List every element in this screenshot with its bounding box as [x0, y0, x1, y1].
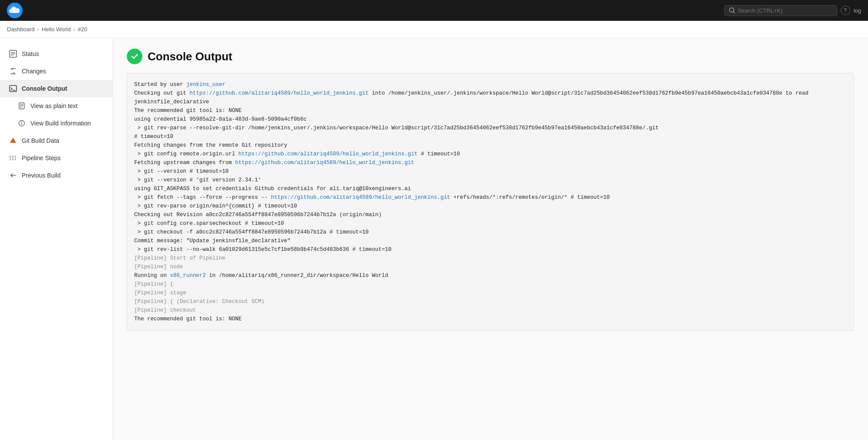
- sidebar-item-pipeline-steps[interactable]: Pipeline Steps: [0, 149, 112, 167]
- console-line: The recommended git tool is: NONE: [134, 106, 847, 115]
- console-line: Started by user jenkins_user: [134, 80, 847, 89]
- console-line: > git rev-list --no-walk 6a01029d61315e5…: [134, 245, 847, 254]
- breadcrumb-sep-1: ›: [37, 26, 39, 33]
- sidebar-item-console-output[interactable]: Console Output: [0, 80, 112, 97]
- breadcrumb-build-number: #20: [78, 26, 87, 33]
- search-bar[interactable]: [724, 5, 837, 16]
- console-line: > git config core.sparsecheckout # timeo…: [134, 219, 847, 228]
- help-icon[interactable]: ?: [841, 6, 850, 15]
- console-line: > git fetch --tags --force --progress --…: [134, 193, 847, 202]
- status-icon: [9, 49, 17, 58]
- runner-link[interactable]: x86_runner2: [170, 273, 206, 279]
- console-line: using GIT_ASKPASS to set credentials Git…: [134, 184, 847, 193]
- search-input[interactable]: [738, 7, 832, 14]
- page-title: Console Output: [148, 50, 232, 63]
- console-line: # timeout=10: [134, 132, 847, 141]
- main-layout: Status Changes Console Ou: [0, 38, 868, 440]
- git-repo-link-3[interactable]: https://github.com/alitariq4589/hello_wo…: [235, 160, 415, 166]
- console-line: > git --version # timeout=10: [134, 167, 847, 176]
- sidebar-item-changes[interactable]: Changes: [0, 63, 112, 80]
- plain-text-icon: [17, 102, 26, 110]
- breadcrumb-hello-world[interactable]: Hello World: [42, 26, 71, 33]
- nav-right: ? log: [724, 5, 861, 16]
- svg-marker-17: [10, 138, 16, 143]
- breadcrumb-sep-2: ›: [73, 26, 75, 33]
- breadcrumb-dashboard[interactable]: Dashboard: [7, 26, 35, 33]
- sidebar-plain-text-label: View as plain text: [30, 102, 78, 109]
- console-line: [Pipeline] {: [134, 280, 847, 289]
- console-line: [Pipeline] stage: [134, 289, 847, 297]
- sidebar-pipeline-label: Pipeline Steps: [22, 155, 61, 161]
- git-icon: [9, 136, 17, 145]
- console-line: [Pipeline] Start of Pipeline: [134, 254, 847, 263]
- nav-left: [7, 3, 23, 18]
- build-info-icon: [17, 119, 26, 128]
- console-line: [Pipeline] { (Declarative: Checkout SCM): [134, 297, 847, 306]
- sidebar-item-view-plain-text[interactable]: View as plain text: [0, 97, 112, 115]
- main-content: Console Output Started by user jenkins_u…: [113, 38, 868, 440]
- sidebar-build-info-label: View Build Information: [30, 120, 91, 127]
- console-line: > git checkout -f a0cc2c82746a554ff8847e…: [134, 228, 847, 237]
- logo: [7, 3, 23, 18]
- git-repo-link-1[interactable]: https://github.com/alitariq4589/hello_wo…: [190, 90, 369, 96]
- git-repo-link-2[interactable]: https://github.com/alitariq4589/hello_wo…: [238, 151, 418, 157]
- console-line: [Pipeline] node: [134, 263, 847, 271]
- console-line: Fetching upstream changes from https://g…: [134, 158, 847, 167]
- sidebar: Status Changes Console Ou: [0, 38, 113, 440]
- console-line: Checking out git https://github.com/alit…: [134, 89, 847, 106]
- console-line: > git rev-parse --resolve-git-dir /home/…: [134, 124, 847, 132]
- login-text[interactable]: log: [854, 7, 861, 14]
- jenkins-user-link[interactable]: jenkins_user: [186, 82, 225, 88]
- sidebar-git-label: Git Build Data: [22, 137, 59, 144]
- console-line: > git --version # 'git version 2.34.1': [134, 176, 847, 184]
- pipeline-icon: [9, 154, 17, 162]
- page-title-area: Console Output: [127, 49, 854, 64]
- svg-rect-8: [10, 86, 17, 92]
- prev-icon: [9, 171, 17, 180]
- console-line: [Pipeline] checkout: [134, 306, 847, 315]
- sidebar-item-previous-build[interactable]: Previous Build: [0, 167, 112, 184]
- changes-icon: [9, 67, 17, 76]
- breadcrumb: Dashboard › Hello World › #20: [0, 21, 868, 38]
- sidebar-console-label: Console Output: [22, 85, 67, 92]
- sidebar-item-status[interactable]: Status: [0, 45, 112, 63]
- console-line: > git rev-parse origin/main^{commit} # t…: [134, 202, 847, 211]
- sidebar-status-label: Status: [22, 50, 39, 57]
- sidebar-previous-label: Previous Build: [22, 172, 61, 179]
- success-icon: [127, 49, 142, 64]
- console-line: The recommended git tool is: NONE: [134, 315, 847, 323]
- console-line: > git config remote.origin.url https://g…: [134, 150, 847, 158]
- console-line: Fetching changes from the remote Git rep…: [134, 141, 847, 150]
- sidebar-item-git-build-data[interactable]: Git Build Data: [0, 132, 112, 149]
- sidebar-changes-label: Changes: [22, 68, 46, 75]
- git-repo-link-4[interactable]: https://github.com/alitariq4589/hello_wo…: [271, 194, 450, 201]
- sidebar-item-view-build-info[interactable]: View Build Information: [0, 115, 112, 132]
- svg-point-16: [21, 122, 22, 122]
- console-line: Checking out Revision a0cc2c82746a554ff8…: [134, 211, 847, 219]
- search-icon: [729, 7, 735, 13]
- console-output-area[interactable]: Started by user jenkins_user Checking ou…: [127, 73, 854, 331]
- svg-line-1: [733, 12, 735, 13]
- console-line: Commit message: "Update jenkinsfile_decl…: [134, 237, 847, 245]
- top-navigation: ? log: [0, 0, 868, 21]
- console-line: using credential 95985a22-8a1a-483d-9ae8…: [134, 115, 847, 124]
- console-line: Running on x86_runner2 in /home/alitariq…: [134, 271, 847, 280]
- console-icon: [9, 84, 17, 93]
